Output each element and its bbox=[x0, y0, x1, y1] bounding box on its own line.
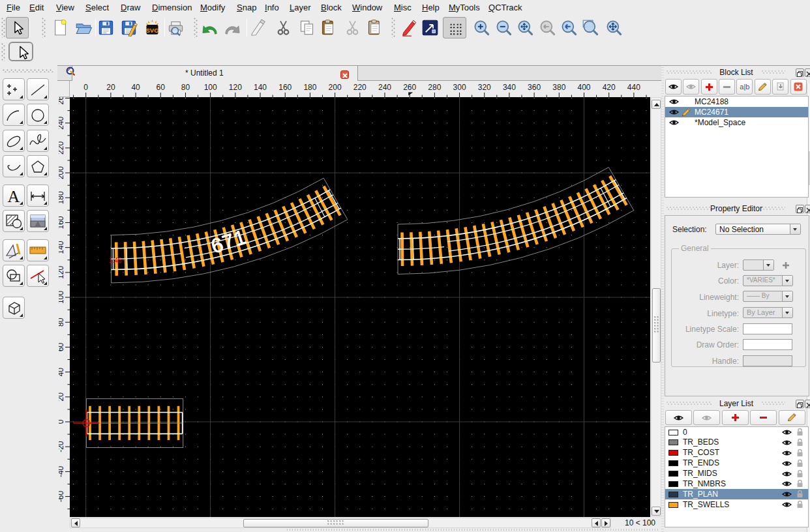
svg-text:160: 160 bbox=[278, 83, 292, 92]
svg-text:60: 60 bbox=[157, 83, 166, 92]
svg-text:400: 400 bbox=[577, 83, 590, 92]
svg-text:200: 200 bbox=[59, 166, 65, 179]
svg-text:420: 420 bbox=[603, 83, 616, 92]
svg-text:80: 80 bbox=[181, 83, 190, 92]
svg-text:360: 360 bbox=[528, 83, 541, 92]
svg-text:100: 100 bbox=[204, 83, 217, 92]
svg-text:20: 20 bbox=[59, 392, 65, 402]
svg-text:380: 380 bbox=[552, 83, 565, 92]
svg-text:240: 240 bbox=[59, 116, 65, 129]
svg-text:-40: -40 bbox=[59, 466, 65, 477]
svg-text:20: 20 bbox=[106, 83, 115, 92]
svg-text:220: 220 bbox=[59, 141, 65, 155]
svg-text:80: 80 bbox=[59, 318, 65, 327]
svg-text:260: 260 bbox=[59, 97, 65, 105]
svg-text:140: 140 bbox=[59, 241, 65, 254]
svg-text:300: 300 bbox=[453, 83, 466, 92]
svg-text:340: 340 bbox=[503, 83, 516, 92]
svg-text:120: 120 bbox=[59, 266, 65, 279]
svg-text:120: 120 bbox=[229, 83, 242, 92]
svg-text:140: 140 bbox=[254, 83, 267, 92]
svg-text:280: 280 bbox=[428, 83, 441, 92]
svg-text:1:45: 1:45 bbox=[109, 257, 122, 264]
svg-text:220: 220 bbox=[353, 83, 367, 92]
svg-text:SVG: SVG bbox=[145, 27, 158, 34]
svg-text:40: 40 bbox=[131, 83, 140, 92]
svg-text:0: 0 bbox=[83, 83, 88, 92]
svg-text:180: 180 bbox=[303, 83, 316, 92]
svg-text:320: 320 bbox=[478, 83, 491, 92]
svg-text:260: 260 bbox=[403, 83, 416, 92]
svg-text:100: 100 bbox=[59, 291, 65, 304]
svg-text:240: 240 bbox=[378, 83, 391, 92]
svg-text:200: 200 bbox=[329, 83, 342, 92]
svg-text:180: 180 bbox=[59, 191, 65, 204]
svg-text:0: 0 bbox=[59, 419, 65, 424]
svg-text:40: 40 bbox=[59, 368, 65, 377]
svg-text:-20: -20 bbox=[59, 441, 65, 452]
svg-text:60: 60 bbox=[59, 342, 65, 351]
svg-text:-60: -60 bbox=[59, 491, 65, 503]
svg-text:A: A bbox=[8, 187, 20, 205]
svg-text:160: 160 bbox=[59, 216, 65, 229]
svg-text:440: 440 bbox=[627, 83, 640, 92]
